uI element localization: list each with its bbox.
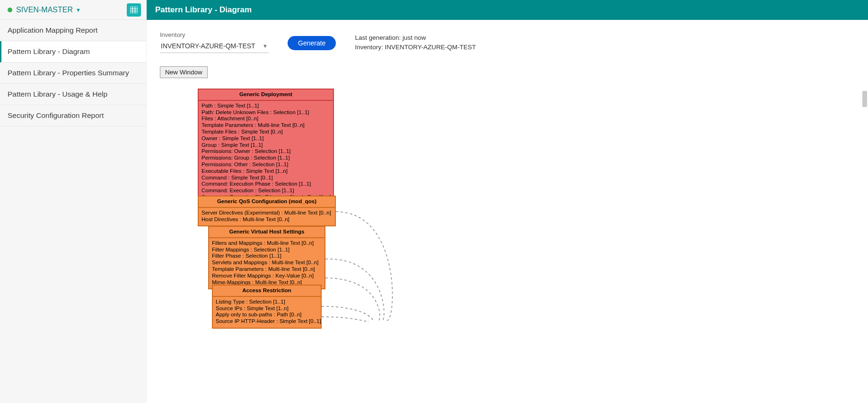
node-field: Executable Files : Simple Text [1..n] [202,168,330,175]
node-field: Group : Simple Text [1..1] [202,142,330,149]
node-body: Server Directives (Experimental) : Multi… [199,208,335,226]
node-field: Source IPs : Simple Text [1..n] [216,305,318,312]
node-field: Path: Delete Unknown Files : Selection [… [202,109,330,116]
node-field: Template Parameters : Multi-line Text [0… [202,122,330,129]
scrollbar-thumb[interactable] [862,91,867,107]
sidebar-item-pattern-properties[interactable]: Pattern Library - Properties Summary [0,63,146,84]
node-field: Source IP HTTP-Header : Simple Text [0..… [216,318,318,325]
node-field: Filter Phase : Selection [1..1] [212,253,322,260]
grid-view-button[interactable] [127,3,141,17]
node-field: Template Files : Simple Text [0..n] [202,129,330,135]
node-field: Servlets and Mappings : Multi-line Text … [212,260,322,266]
node-title: Generic Virtual Host Settings [209,227,324,238]
node-title: Generic QoS Configuration (mod_qos) [199,197,335,208]
diagram-node-access-restriction[interactable]: Access RestrictionListing Type : Selecti… [212,285,322,329]
node-field: Filters and Mappings : Multi-line Text [… [212,240,322,247]
node-field: Remove Filter Mappings : Key-Value [0..n… [212,273,322,279]
node-body: Listing Type : Selection [1..1]Source IP… [213,297,321,328]
node-title: Access Restriction [213,286,321,297]
grid-icon [130,7,138,13]
node-body: Filters and Mappings : Multi-line Text [… [209,238,324,289]
node-field: Host Directives : Multi-line Text [0..n] [202,216,332,223]
node-field: Files : Attachment [0..n] [202,116,330,122]
node-field: Command: Execution : Selection [1..1] [202,188,330,194]
node-field: Listing Type : Selection [1..1] [216,299,318,305]
new-window-button[interactable]: New Window [160,66,208,78]
chevron-down-icon: ▼ [263,43,268,49]
sidebar: Application Mapping Report Pattern Libra… [0,20,147,403]
page-title: Pattern Library - Diagram [155,5,252,15]
diagram-canvas[interactable]: Generic DeploymentPath : Simple Text [1.… [198,89,855,335]
svg-rect-0 [130,7,138,13]
diagram-node-virtual-host[interactable]: Generic Virtual Host SettingsFilters and… [208,226,325,289]
node-title: Generic Deployment [199,90,333,101]
node-field: Path : Simple Text [1..1] [202,103,330,109]
sidebar-item-pattern-diagram[interactable]: Pattern Library - Diagram [0,41,146,63]
sidebar-item-pattern-usage[interactable]: Pattern Library - Usage & Help [0,84,146,105]
status-dot-icon [8,8,12,12]
inventory-label: Inventory [160,31,269,38]
node-field: Server Directives (Experimental) : Multi… [202,210,332,216]
node-field: Command : Simple Text [0..1] [202,175,330,181]
sidebar-item-security-config[interactable]: Security Configuration Report [0,105,146,126]
node-field: Owner : Simple Text [1..1] [202,135,330,142]
sidebar-item-app-mapping[interactable]: Application Mapping Report [0,20,146,41]
inventory-select[interactable]: INVENTORY-AZURE-QM-TEST ▼ [160,40,269,53]
inventory-value: INVENTORY-AZURE-QM-TEST [161,42,255,50]
node-field: Permissions: Other : Selection [1..1] [202,161,330,168]
diagram-node-generic-qos[interactable]: Generic QoS Configuration (mod_qos)Serve… [198,196,336,226]
node-field: Template Parameters : Multi-line Text [0… [212,266,322,273]
generate-button[interactable]: Generate [288,36,336,50]
node-field: Command: Execution Phase : Selection [1.… [202,181,330,188]
chevron-down-icon: ▼ [76,7,81,13]
node-body: Path : Simple Text [1..1]Path: Delete Un… [199,101,333,204]
node-field: Filter Mappings : Selection [1..1] [212,247,322,253]
diagram-node-generic-deployment[interactable]: Generic DeploymentPath : Simple Text [1.… [198,89,334,205]
generation-info: Last generation: just now Inventory: INV… [355,33,476,52]
project-name: SIVEN-MASTER [16,6,73,14]
project-selector[interactable]: SIVEN-MASTER ▼ [8,6,81,14]
node-field: Permissions: Group : Selection [1..1] [202,155,330,161]
node-field: Permissions: Owner : Selection [1..1] [202,148,330,155]
node-field: Apply only to sub-paths : Path [0..n] [216,312,318,318]
